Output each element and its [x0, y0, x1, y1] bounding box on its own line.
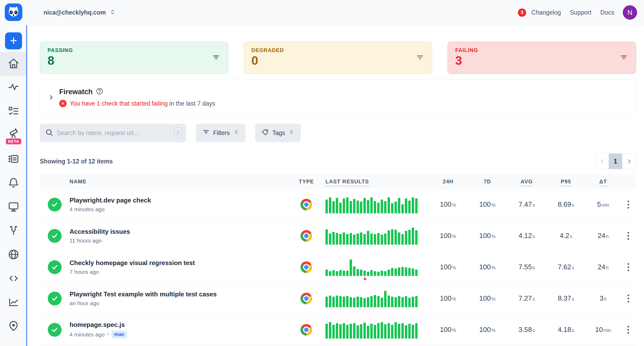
row-menu-kebab-icon[interactable]	[621, 261, 636, 273]
sidebar-item-detect-beta[interactable]: BETA	[0, 124, 27, 148]
sidebar-item-maintenance[interactable]	[0, 219, 27, 243]
sidebar-item-cli[interactable]	[0, 267, 27, 291]
sidebar-nav: BETA	[0, 52, 27, 339]
name-cell[interactable]: Accessibility issues 11 hours ago	[70, 228, 290, 244]
checks-list-icon	[8, 105, 19, 118]
col-24h: 24H	[428, 179, 468, 185]
account-switcher[interactable]: nica@checklyhq.com	[44, 8, 116, 16]
search-box[interactable]: /	[40, 124, 186, 142]
sidebar-item-dashboards[interactable]	[0, 195, 27, 219]
sidebar-item-analytics[interactable]	[0, 291, 27, 315]
col-avg[interactable]: AVG	[507, 179, 546, 185]
metric-p95: 8.69s	[546, 200, 586, 209]
metric-p95: 4.2s	[546, 232, 586, 240]
filters-button[interactable]: Filters	[196, 124, 246, 142]
metric-24h: 100%	[428, 263, 468, 271]
name-cell[interactable]: Playwright.dev page check 4 minutes ago	[70, 197, 290, 213]
app-root: BETA	[0, 0, 644, 346]
table-row[interactable]: Accessibility issues 11 hours ago 100% 1…	[40, 220, 636, 252]
check-name[interactable]: Accessibility issues	[70, 228, 290, 235]
failing-card[interactable]: FAILING 3	[448, 42, 636, 74]
prev-page-button[interactable]	[595, 154, 609, 169]
code-icon	[8, 273, 19, 285]
table-row[interactable]: Playwright Test example with multiple te…	[40, 283, 636, 314]
firewatch-title: Firewatch	[59, 88, 93, 96]
last-results-sparkline[interactable]	[322, 258, 428, 276]
row-menu-kebab-icon[interactable]	[621, 198, 636, 211]
location-pin-icon	[8, 320, 19, 333]
filter-funnel-icon[interactable]	[416, 54, 424, 63]
checkly-logo[interactable]	[5, 3, 22, 21]
table-row[interactable]: Playwright.dev page check 4 minutes ago …	[40, 189, 636, 220]
check-name[interactable]: Playwright.dev page check	[70, 197, 290, 204]
changelog-link[interactable]: Changelog	[531, 9, 561, 16]
tag-icon	[261, 128, 269, 137]
row-menu-kebab-icon[interactable]	[621, 230, 636, 242]
metric-24h: 100%	[428, 294, 468, 302]
sidebar-item-home[interactable]	[0, 52, 27, 76]
filter-funnel-icon[interactable]	[620, 54, 628, 63]
x-circle-icon	[59, 100, 67, 107]
check-name[interactable]: Playwright Test example with multiple te…	[70, 291, 290, 298]
check-name[interactable]: Checkly homepage visual regression test	[70, 259, 290, 267]
help-circle-icon[interactable]	[96, 88, 103, 96]
col-p95[interactable]: P95	[546, 179, 586, 185]
alert-rest-text: in the last 7 days	[168, 100, 215, 107]
tags-button[interactable]: Tags	[255, 124, 301, 142]
last-results-sparkline[interactable]	[322, 321, 428, 339]
sidebar-item-alerts[interactable]	[0, 171, 27, 195]
metric-7d: 100%	[468, 326, 507, 334]
toolbar: / Filters Tags	[40, 124, 636, 142]
name-cell[interactable]: Playwright Test example with multiple te…	[70, 291, 290, 306]
sidebar-item-checks[interactable]	[0, 100, 27, 124]
filters-label: Filters	[213, 129, 230, 137]
passing-count: 8	[48, 54, 221, 67]
home-icon	[8, 58, 19, 70]
row-menu-kebab-icon[interactable]	[621, 324, 636, 336]
analytics-icon	[8, 296, 19, 309]
col-last-results[interactable]: LAST RESULTS	[322, 179, 428, 185]
check-name[interactable]: homepage.spec.js	[70, 321, 290, 328]
sidebar-item-logs[interactable]	[0, 148, 27, 171]
name-cell[interactable]: Checkly homepage visual regression test …	[70, 259, 290, 275]
metric-delta-t: 24h	[586, 232, 621, 240]
passing-card[interactable]: PASSING 8	[40, 42, 228, 74]
failing-label: FAILING	[455, 47, 628, 53]
main-content: PASSING 8 DEGRADED 0 FAILING 3	[27, 25, 644, 346]
search-input[interactable]	[57, 129, 170, 137]
checks-table: NAME TYPE LAST RESULTS 24H 7D AVG P95 ΔT…	[40, 174, 636, 345]
slash-shortcut-key: /	[174, 127, 182, 139]
filter-funnel-icon	[202, 128, 210, 137]
degraded-card[interactable]: DEGRADED 0	[244, 42, 432, 74]
user-avatar[interactable]: N	[623, 5, 637, 20]
firewatch-panel: Firewatch You have 1 check that started …	[40, 80, 636, 115]
table-row[interactable]: homepage.spec.js 4 minutes ago • mac 100…	[40, 314, 636, 345]
sidebar-item-private-locations[interactable]	[0, 243, 27, 267]
table-row[interactable]: Checkly homepage visual regression test …	[40, 252, 636, 283]
name-cell[interactable]: homepage.spec.js 4 minutes ago • mac	[70, 321, 290, 338]
account-email: nica@checklyhq.com	[44, 9, 106, 16]
create-check-button[interactable]	[5, 32, 22, 49]
type-cell	[290, 293, 322, 304]
last-results-sparkline[interactable]	[322, 196, 428, 213]
beta-badge: BETA	[6, 139, 21, 144]
telescope-icon	[8, 127, 19, 140]
plus-icon	[9, 36, 18, 46]
col-delta-t[interactable]: ΔT	[586, 179, 621, 185]
sidebar-item-locations[interactable]	[0, 315, 27, 339]
last-results-sparkline[interactable]	[322, 290, 428, 307]
expand-chevron-icon[interactable]	[46, 94, 57, 101]
col-type: TYPE	[290, 179, 322, 185]
page-number[interactable]: 1	[609, 154, 622, 169]
changelog-badge[interactable]: 3	[518, 8, 526, 17]
docs-link[interactable]: Docs	[600, 9, 614, 16]
sidebar-item-activity[interactable]	[0, 76, 27, 100]
row-menu-kebab-icon[interactable]	[621, 292, 636, 305]
col-7d: 7D	[468, 179, 507, 185]
last-results-sparkline[interactable]	[322, 227, 428, 245]
check-last-run-time: 7 hours ago	[70, 269, 99, 275]
list-meta-row: Showing 1-12 of 12 items 1	[40, 153, 636, 169]
filter-funnel-icon[interactable]	[212, 54, 220, 63]
support-link[interactable]: Support	[570, 9, 591, 16]
next-page-button[interactable]	[622, 154, 636, 169]
